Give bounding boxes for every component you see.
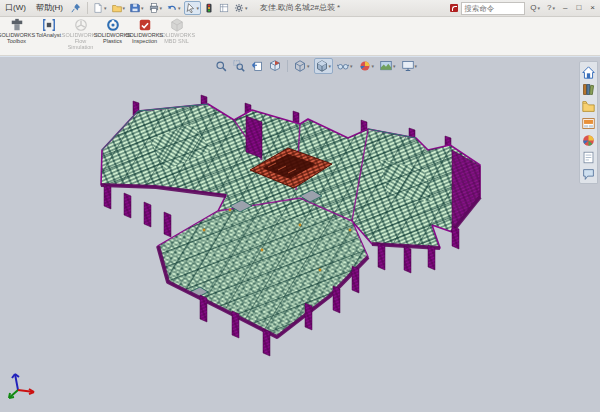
dropdown-arrow[interactable]: ▾ bbox=[197, 5, 200, 11]
ribbon-button-tolanalyst[interactable]: TolAnalyst bbox=[33, 18, 64, 38]
ribbon-button-solidworks-toolbox[interactable]: SOLIDWORKSToolbox bbox=[1, 18, 32, 44]
ribbon-button-solidworks-inspection[interactable]: SOLIDWORKSInspection bbox=[129, 18, 160, 44]
rebuild-button[interactable] bbox=[202, 1, 216, 15]
inspection-icon bbox=[138, 18, 152, 32]
command-manager-ribbon: SOLIDWORKSToolbox TolAnalyst SOLIDWORKSF… bbox=[0, 16, 600, 56]
print-button[interactable]: ▾ bbox=[147, 1, 165, 15]
file-explorer-icon[interactable] bbox=[582, 99, 595, 112]
apply-scene-icon[interactable]: ▾ bbox=[378, 58, 398, 74]
mbd-icon bbox=[170, 18, 184, 32]
titlebar-right-cluster: Q▾ ?▾ – □ × bbox=[450, 1, 598, 15]
view-orientation-icon[interactable]: ▾ bbox=[292, 58, 312, 74]
dropdown-arrow[interactable]: ▾ bbox=[329, 63, 332, 69]
minimize-button[interactable]: – bbox=[560, 1, 570, 15]
dropdown-arrow[interactable]: ▾ bbox=[415, 63, 418, 69]
menu-window[interactable]: 口(W) bbox=[0, 0, 31, 16]
dropdown-arrow[interactable]: ▾ bbox=[178, 5, 181, 11]
save-button[interactable]: ▾ bbox=[128, 1, 146, 15]
zoom-to-area-icon[interactable] bbox=[231, 58, 247, 74]
graphics-area[interactable]: ▾ ▾ ▾ ▾ ▾ ▾ bbox=[0, 57, 600, 412]
solidworks-forum-icon[interactable] bbox=[582, 167, 595, 180]
restore-button[interactable]: □ bbox=[573, 1, 584, 15]
edit-appearance-icon[interactable]: ▾ bbox=[357, 58, 377, 74]
solidworks-resources-icon[interactable] bbox=[582, 65, 595, 78]
file-properties-button[interactable] bbox=[217, 1, 231, 15]
toolbar-separator bbox=[287, 60, 288, 72]
search-input[interactable] bbox=[464, 4, 522, 13]
dropdown-arrow[interactable]: ▾ bbox=[123, 5, 126, 11]
menu-help[interactable]: 帮助(H) bbox=[31, 0, 68, 16]
custom-properties-icon[interactable] bbox=[582, 150, 595, 163]
formwork-assembly-model[interactable] bbox=[0, 57, 600, 412]
pin-menu-icon[interactable] bbox=[71, 3, 81, 13]
hide-show-items-icon[interactable]: ▾ bbox=[335, 58, 355, 74]
appearances-scenes-icon[interactable] bbox=[582, 133, 595, 146]
command-search[interactable] bbox=[461, 2, 525, 15]
dropdown-arrow[interactable]: ▾ bbox=[245, 5, 248, 11]
headsup-view-toolbar: ▾ ▾ ▾ ▾ ▾ ▾ bbox=[213, 58, 419, 74]
quick-access-toolbar: ▾ ▾ ▾ ▾ ▾ ▾ ▾ bbox=[91, 1, 250, 15]
plastics-icon bbox=[106, 18, 120, 32]
dropdown-arrow[interactable]: ▾ bbox=[393, 63, 396, 69]
view-palette-icon[interactable] bbox=[582, 116, 595, 129]
previous-view-icon[interactable] bbox=[249, 58, 265, 74]
select-button[interactable]: ▾ bbox=[184, 1, 202, 15]
help-button[interactable]: ?▾ bbox=[545, 1, 557, 15]
dropdown-arrow[interactable]: ▾ bbox=[307, 63, 310, 69]
dropdown-arrow[interactable]: ▾ bbox=[372, 63, 375, 69]
close-button[interactable]: × bbox=[587, 1, 598, 15]
ribbon-button-solidworks-plastics[interactable]: SOLIDWORKSPlastics bbox=[97, 18, 128, 44]
toolbox-icon bbox=[10, 18, 24, 32]
search-magnifier-button[interactable]: Q▾ bbox=[528, 1, 542, 15]
view-settings-icon[interactable]: ▾ bbox=[400, 58, 420, 74]
toolbar-separator bbox=[87, 2, 88, 14]
new-document-button[interactable]: ▾ bbox=[91, 1, 109, 15]
solidworks-logo-icon bbox=[450, 4, 458, 12]
options-button[interactable]: ▾ bbox=[232, 1, 250, 15]
dropdown-arrow[interactable]: ▾ bbox=[160, 5, 163, 11]
task-pane-tabs bbox=[579, 61, 598, 184]
tower-wall bbox=[246, 116, 262, 158]
deck-panel-patches bbox=[101, 104, 480, 337]
dropdown-arrow[interactable]: ▾ bbox=[141, 5, 144, 11]
undo-button[interactable]: ▾ bbox=[165, 1, 183, 15]
flow-simulation-icon bbox=[74, 18, 88, 32]
ribbon-button-solidworks-mbd-snl: SOLIDWORKSMBD SNL bbox=[161, 18, 192, 44]
reference-triad bbox=[4, 368, 44, 402]
ribbon-button-solidworks-flow-simulation: SOLIDWORKSFlowSimulation bbox=[65, 18, 96, 50]
section-view-icon[interactable] bbox=[267, 58, 283, 74]
open-button[interactable]: ▾ bbox=[110, 1, 128, 15]
zoom-to-fit-icon[interactable] bbox=[213, 58, 229, 74]
dropdown-arrow[interactable]: ▾ bbox=[104, 5, 107, 11]
dropdown-arrow[interactable]: ▾ bbox=[350, 63, 353, 69]
design-library-icon[interactable] bbox=[582, 82, 595, 95]
tolanalyst-icon bbox=[42, 18, 56, 32]
display-style-icon[interactable]: ▾ bbox=[314, 58, 334, 74]
title-bar: 口(W) 帮助(H) ▾ ▾ ▾ ▾ ▾ ▾ ▾ 友佳.欧尚名城2#总装 * Q… bbox=[0, 0, 600, 17]
